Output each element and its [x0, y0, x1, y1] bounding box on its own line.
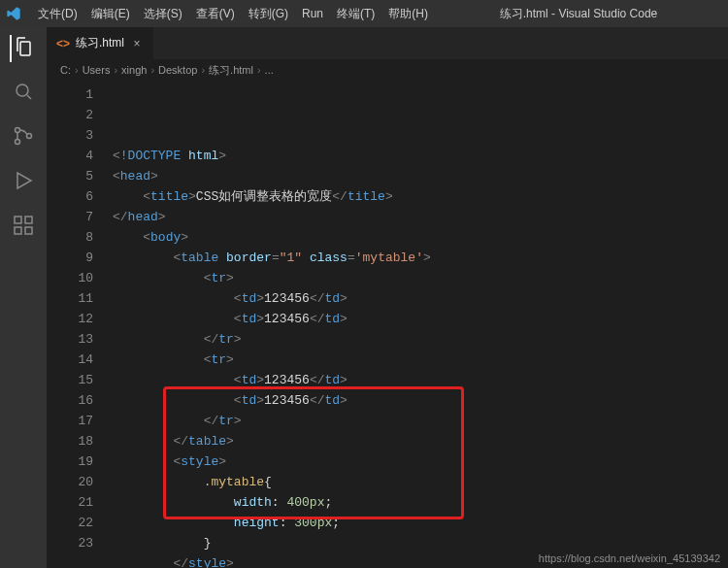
breadcrumb[interactable]: C:›Users›xingh›Desktop›练习.html›... [47, 59, 728, 81]
svg-point-2 [16, 140, 20, 145]
svg-point-1 [16, 128, 20, 133]
code-line[interactable]: <td>123456</td> [113, 309, 728, 329]
line-number: 23 [47, 533, 93, 553]
breadcrumb-item[interactable]: Desktop [158, 64, 197, 76]
line-number: 5 [47, 166, 93, 186]
breadcrumb-separator: › [150, 64, 154, 76]
code-line[interactable]: <tr> [113, 350, 728, 370]
menu-item[interactable]: 查看(V) [189, 7, 242, 20]
line-number: 15 [47, 370, 93, 390]
search-icon[interactable] [12, 80, 35, 107]
code-line[interactable]: <td>123456</td> [113, 288, 728, 309]
breadcrumb-separator: › [257, 64, 261, 76]
breadcrumb-item[interactable]: 练习.html [209, 63, 253, 78]
line-number: 21 [47, 492, 93, 513]
line-number: 12 [47, 309, 93, 329]
tab-label: 练习.html [76, 35, 124, 51]
code-line[interactable]: width: 400px; [113, 492, 728, 513]
code-line[interactable]: <title>CSS如何调整表格的宽度</title> [113, 186, 728, 207]
window-title: 练习.html - Visual Studio Code [435, 6, 722, 22]
close-icon[interactable]: × [130, 37, 144, 50]
code-line[interactable]: .mytable{ [113, 472, 728, 492]
code-lines[interactable]: <!DOCTYPE html><head> <title>CSS如何调整表格的宽… [105, 81, 728, 568]
line-number: 14 [47, 350, 93, 370]
line-number: 17 [47, 411, 93, 431]
line-number: 7 [47, 207, 93, 227]
menu-item[interactable]: 编辑(E) [84, 7, 137, 20]
tab-file[interactable]: <> 练习.html × [47, 27, 153, 59]
line-number-gutter: 1234567891011121314151617181920212223 [47, 81, 105, 568]
source-control-icon[interactable] [12, 124, 35, 151]
line-number: 4 [47, 146, 93, 166]
code-line[interactable]: <style> [113, 451, 728, 472]
svg-rect-5 [15, 227, 21, 234]
breadcrumb-item[interactable]: C: [60, 64, 71, 76]
svg-rect-7 [25, 217, 32, 223]
code-line[interactable]: <td>123456</td> [113, 370, 728, 390]
line-number: 11 [47, 288, 93, 309]
code-line[interactable]: <td>123456</td> [113, 390, 728, 411]
vscode-logo-icon [6, 6, 21, 21]
code-line[interactable]: } [113, 533, 728, 553]
line-number: 22 [47, 513, 93, 533]
line-number: 9 [47, 248, 93, 268]
breadcrumb-item[interactable]: Users [83, 64, 111, 76]
code-line[interactable]: </table> [113, 431, 728, 451]
code-line[interactable]: </head> [113, 207, 728, 227]
explorer-icon[interactable] [10, 35, 35, 62]
menu-bar: 文件(D)编辑(E)选择(S)查看(V)转到(G)Run终端(T)帮助(H) 练… [0, 0, 728, 27]
line-number: 13 [47, 329, 93, 350]
line-number: 2 [47, 105, 93, 125]
html-file-icon: <> [56, 37, 70, 50]
editor-area: <> 练习.html × C:›Users›xingh›Desktop›练习.h… [47, 27, 728, 568]
code-line[interactable]: <body> [113, 227, 728, 248]
code-line[interactable]: </tr> [113, 329, 728, 350]
breadcrumb-item[interactable]: xingh [121, 64, 147, 76]
extensions-icon[interactable] [12, 214, 35, 241]
menu-item[interactable]: 转到(G) [242, 7, 295, 20]
line-number: 8 [47, 227, 93, 248]
svg-rect-6 [25, 227, 32, 234]
svg-point-3 [27, 134, 32, 139]
code-editor[interactable]: 1234567891011121314151617181920212223 <!… [47, 81, 728, 568]
line-number: 6 [47, 186, 93, 207]
breadcrumb-separator: › [75, 64, 79, 76]
line-number: 10 [47, 268, 93, 288]
code-line[interactable]: </tr> [113, 411, 728, 431]
menu-item[interactable]: 帮助(H) [381, 7, 435, 20]
code-line[interactable]: <table border="1" class='mytable'> [113, 248, 728, 268]
menu-item[interactable]: 终端(T) [330, 7, 381, 20]
line-number: 19 [47, 451, 93, 472]
line-number: 3 [47, 125, 93, 146]
code-line[interactable]: <tr> [113, 268, 728, 288]
breadcrumb-item[interactable]: ... [265, 64, 274, 76]
menu-item[interactable]: Run [295, 7, 330, 20]
menu-item[interactable]: 文件(D) [31, 7, 84, 20]
line-number: 18 [47, 431, 93, 451]
svg-point-0 [17, 84, 28, 96]
code-line[interactable]: <!DOCTYPE html> [113, 146, 728, 166]
breadcrumb-separator: › [201, 64, 205, 76]
breadcrumb-separator: › [114, 64, 117, 76]
line-number: 16 [47, 390, 93, 411]
line-number: 1 [47, 84, 93, 105]
menu-item[interactable]: 选择(S) [137, 7, 189, 20]
code-line[interactable]: height: 300px; [113, 513, 728, 533]
line-number: 20 [47, 472, 93, 492]
watermark-text: https://blog.csdn.net/weixin_45139342 [539, 552, 720, 564]
tab-bar: <> 练习.html × [47, 27, 728, 59]
svg-rect-4 [15, 217, 21, 223]
activity-bar [0, 27, 47, 568]
code-line[interactable]: <head> [113, 166, 728, 186]
run-debug-icon[interactable] [12, 169, 35, 196]
